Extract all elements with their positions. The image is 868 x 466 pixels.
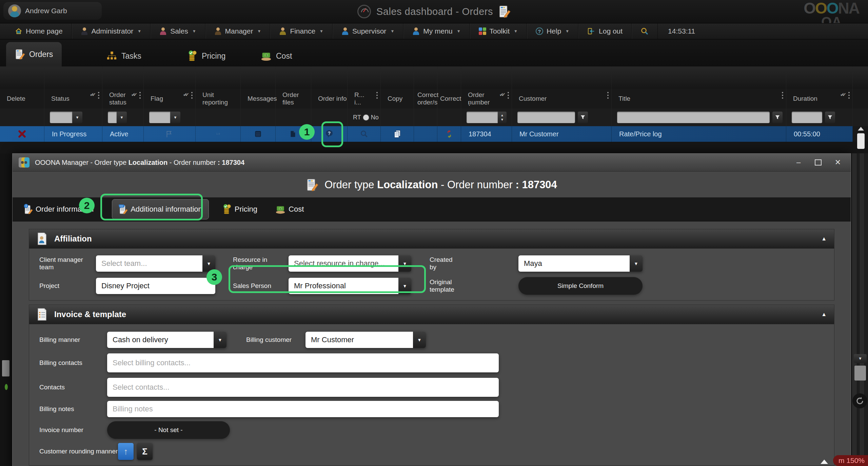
- flag-filter-input[interactable]: [149, 112, 170, 123]
- dialog-tab-pricing[interactable]: Pricing: [216, 197, 263, 221]
- col-header-customer[interactable]: Customer: [512, 89, 612, 109]
- col-header-title[interactable]: Title: [612, 89, 786, 109]
- col-header-correct[interactable]: Correct: [437, 89, 461, 109]
- scroll-track[interactable]: [852, 153, 857, 466]
- panel-down-arrow-button[interactable]: ▼: [854, 354, 867, 363]
- col-header-copy[interactable]: Copy: [381, 89, 414, 109]
- tab-pricing[interactable]: Pricing: [178, 45, 234, 66]
- col-header-duration[interactable]: Duration ✔✔: [786, 89, 853, 109]
- order-status-filter-dropdown[interactable]: ▼: [117, 112, 127, 123]
- menu-supervisor[interactable]: Supervisor▼: [333, 23, 403, 39]
- menu-home-page[interactable]: Home page: [6, 23, 72, 39]
- column-menu-icon[interactable]: [508, 92, 509, 93]
- affiliation-section-header[interactable]: Affiliation ▲: [29, 229, 834, 249]
- menu-my-menu[interactable]: My menu▼: [403, 23, 470, 39]
- client-manager-team-select[interactable]: Select team...▼: [96, 255, 215, 272]
- background-up-arrow[interactable]: [821, 460, 828, 464]
- scroll-up-arrow[interactable]: [858, 127, 864, 131]
- tab-orders[interactable]: Orders: [6, 42, 62, 66]
- duration-filter-button[interactable]: [825, 112, 835, 123]
- col-header-order-files[interactable]: Order files: [276, 89, 311, 109]
- created-by-select[interactable]: Maya▼: [518, 255, 643, 272]
- title-filter-button[interactable]: [772, 112, 783, 123]
- rounding-up-button[interactable]: ↑: [118, 443, 134, 460]
- row-unit-reporting[interactable]: 1-9: [196, 126, 241, 142]
- invoice-number-button[interactable]: - Not set -: [107, 421, 230, 439]
- scroll-thumb[interactable]: [857, 133, 865, 149]
- menu-search[interactable]: [632, 23, 658, 39]
- menu-toolkit[interactable]: Toolkit▼: [470, 23, 527, 39]
- close-button[interactable]: ✕: [830, 157, 845, 168]
- title-filter-input[interactable]: [617, 112, 770, 123]
- rt-filter-toggle[interactable]: RTNo: [353, 114, 379, 121]
- tab-cost[interactable]: $ Cost: [252, 45, 301, 66]
- col-header-order-info[interactable]: Order info: [311, 89, 348, 109]
- collapse-arrow-icon[interactable]: ▲: [821, 311, 827, 317]
- customer-filter-button[interactable]: [578, 112, 588, 123]
- contacts-input[interactable]: Select contacts...: [107, 378, 499, 397]
- column-menu-icon[interactable]: [782, 92, 783, 93]
- column-menu-icon[interactable]: [376, 92, 378, 93]
- dialog-title-bar[interactable]: OOONA Manager - Order type Localization …: [13, 154, 851, 172]
- row-search-button[interactable]: [348, 126, 381, 142]
- multiselect-icon[interactable]: ✔✔: [90, 91, 96, 98]
- order-number-filter-input[interactable]: [467, 112, 498, 123]
- row-correct-button[interactable]: [437, 126, 461, 142]
- dropdown-arrow-icon[interactable]: ▼: [630, 255, 643, 272]
- panel-scroll-thumb[interactable]: [854, 366, 866, 381]
- menu-manager[interactable]: Manager▼: [205, 23, 271, 39]
- selected-order-row[interactable]: In Progress Active 1-9 ? 187304 Mr Custo…: [0, 126, 868, 142]
- col-header-status[interactable]: Status ✔✔: [44, 89, 102, 109]
- collapse-arrow-icon[interactable]: ▲: [821, 236, 827, 242]
- column-menu-icon[interactable]: [139, 92, 141, 93]
- menu-finance[interactable]: Finance▼: [270, 23, 333, 39]
- duration-filter-input[interactable]: [792, 112, 822, 123]
- dropdown-arrow-icon[interactable]: ▼: [214, 332, 226, 348]
- billing-notes-input[interactable]: Billing notes: [107, 401, 499, 417]
- col-header-messages[interactable]: Messages: [241, 89, 276, 109]
- tab-tasks[interactable]: Tasks: [98, 45, 150, 66]
- menu-sales[interactable]: Sales▼: [151, 23, 205, 39]
- dropdown-arrow-icon[interactable]: ▼: [413, 332, 426, 348]
- row-flag[interactable]: [144, 126, 196, 142]
- billing-contacts-input[interactable]: Select billing contacts...: [107, 353, 499, 372]
- menu-log-out[interactable]: Log out: [578, 23, 632, 39]
- column-menu-icon[interactable]: [848, 92, 850, 93]
- order-status-filter-input[interactable]: [108, 112, 117, 123]
- menu-administrator[interactable]: Administrator▼: [72, 23, 151, 39]
- column-menu-icon[interactable]: [191, 92, 193, 93]
- col-header-correct-orders[interactable]: Correct order/s: [414, 89, 437, 109]
- minimize-button[interactable]: –: [791, 157, 806, 168]
- status-filter-dropdown[interactable]: ▼: [72, 112, 82, 123]
- status-filter-input[interactable]: [50, 112, 72, 123]
- column-menu-icon[interactable]: [98, 92, 99, 93]
- row-copy-button[interactable]: [381, 126, 414, 142]
- delete-button[interactable]: [0, 126, 44, 142]
- flag-filter-dropdown[interactable]: ▼: [170, 112, 180, 123]
- multiselect-icon[interactable]: ✔✔: [183, 91, 189, 98]
- rounding-sum-button[interactable]: Σ: [137, 443, 153, 460]
- dialog-tab-cost[interactable]: $ Cost: [269, 197, 310, 221]
- multiselect-icon[interactable]: ✔✔: [131, 91, 137, 98]
- scroll-track[interactable]: [859, 153, 865, 466]
- col-header-r-i[interactable]: R... i...: [348, 89, 381, 109]
- invoice-section-header[interactable]: Invoice & template ▲: [29, 305, 834, 324]
- multiselect-icon[interactable]: ✔✔: [499, 91, 506, 98]
- column-menu-icon[interactable]: [607, 92, 609, 93]
- billing-manner-select[interactable]: Cash on delivery▼: [107, 332, 226, 348]
- project-input[interactable]: Disney Project: [96, 278, 215, 294]
- refresh-button[interactable]: [852, 393, 867, 408]
- col-header-order-number[interactable]: Order number ✔✔ ↓: [461, 89, 512, 109]
- grid-vertical-scrollbar[interactable]: [856, 127, 866, 153]
- order-number-spinner[interactable]: ▲▼: [498, 112, 507, 123]
- customer-filter-input[interactable]: [517, 112, 575, 123]
- billing-customer-select[interactable]: Mr Customer▼: [305, 332, 426, 348]
- col-header-unit-reporting[interactable]: Unit reporting: [196, 89, 241, 109]
- original-template-button[interactable]: Simple Conform: [518, 277, 643, 295]
- col-header-order-status[interactable]: Order status ✔✔: [102, 89, 144, 109]
- col-header-flag[interactable]: Flag ✔✔: [144, 89, 196, 109]
- menu-help[interactable]: ? Help▼: [527, 23, 578, 39]
- col-header-delete[interactable]: Delete: [0, 89, 44, 109]
- maximize-button[interactable]: [811, 157, 826, 168]
- multiselect-icon[interactable]: ✔✔: [840, 91, 846, 98]
